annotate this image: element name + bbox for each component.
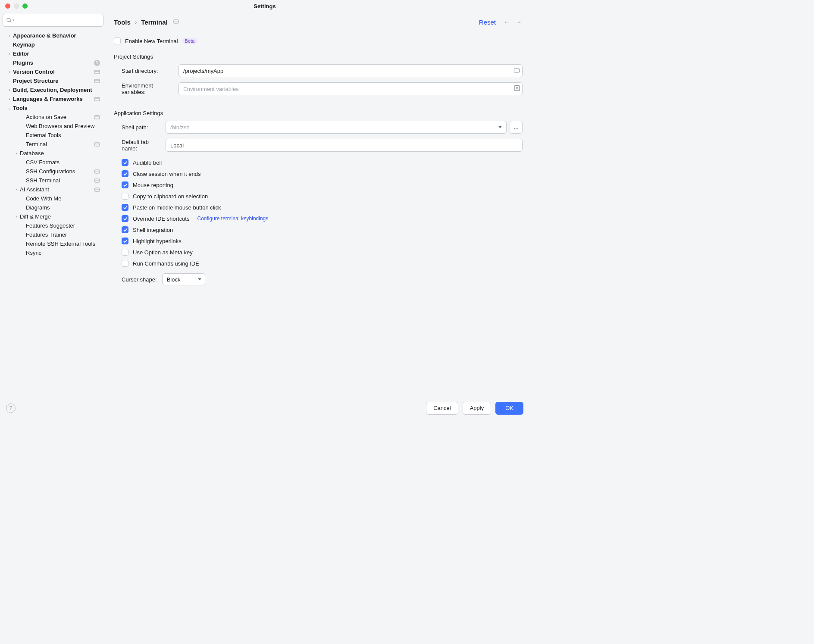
checkbox-close-session-when-it-ends[interactable]: [122, 170, 128, 177]
sidebar-item-keymap[interactable]: Keymap: [3, 40, 103, 49]
sidebar-item-label: Plugins: [13, 59, 33, 66]
default-tab-name-input[interactable]: [166, 139, 523, 152]
project-scope-icon: [94, 69, 100, 75]
sidebar-item-label: Diagrams: [26, 204, 50, 211]
svg-rect-4: [94, 79, 100, 83]
checkbox-mouse-reporting[interactable]: [122, 181, 128, 188]
titlebar: Settings: [0, 0, 529, 12]
tree-indent: [20, 196, 25, 201]
tree-indent: [7, 42, 12, 47]
tree-indent: [20, 115, 25, 119]
sidebar-item-appearance-behavior[interactable]: ›Appearance & Behavior: [3, 31, 103, 40]
chevron-right-icon: ›: [7, 33, 12, 38]
svg-rect-18: [173, 20, 178, 23]
env-vars-input[interactable]: [178, 82, 523, 95]
sidebar-item-terminal[interactable]: Terminal: [3, 140, 103, 149]
settings-tree: ›Appearance & Behavior Keymap›Editor Plu…: [3, 30, 103, 394]
checkbox-paste-on-middle-mouse-button-click[interactable]: [122, 204, 128, 211]
breadcrumb-root: Tools: [114, 19, 131, 26]
checkbox-audible-bell[interactable]: [122, 159, 128, 166]
sidebar-item-editor[interactable]: ›Editor: [3, 49, 103, 58]
sidebar-item-features-suggester[interactable]: Features Suggester: [3, 221, 103, 230]
settings-search-input[interactable]: [3, 14, 103, 27]
checkbox-label: Copy to clipboard on selection: [133, 193, 208, 200]
nav-forward-button[interactable]: →: [515, 18, 523, 26]
sidebar-item-web-browsers-and-preview[interactable]: Web Browsers and Preview: [3, 122, 103, 131]
sidebar-item-build-execution-deployment[interactable]: ›Build, Execution, Deployment: [3, 85, 103, 94]
checkbox-shell-integration[interactable]: [122, 226, 128, 233]
svg-rect-2: [94, 70, 100, 74]
beta-badge: Beta: [182, 38, 197, 44]
sidebar-item-diagrams[interactable]: Diagrams: [3, 203, 103, 212]
checkbox-label: Shell integration: [133, 227, 173, 233]
env-vars-label: Environment variables:: [114, 82, 178, 95]
sidebar-item-remote-ssh-external-tools[interactable]: Remote SSH External Tools: [3, 239, 103, 248]
enable-new-terminal-label: Enable New Terminal: [125, 38, 178, 44]
tree-indent: [20, 178, 25, 183]
sidebar-item-external-tools[interactable]: External Tools: [3, 131, 103, 140]
folder-icon[interactable]: [513, 67, 520, 74]
chevron-right-icon: ›: [7, 69, 12, 74]
configure-keybindings-link[interactable]: Configure terminal keybindings: [197, 216, 269, 222]
sidebar-item-label: Editor: [13, 50, 29, 57]
reset-link[interactable]: Reset: [479, 19, 496, 26]
apply-button[interactable]: Apply: [463, 402, 492, 415]
start-directory-input[interactable]: [178, 64, 523, 77]
breadcrumb: Tools › Terminal Reset ← →: [114, 16, 523, 28]
shell-path-browse-button[interactable]: …: [510, 121, 523, 134]
sidebar-item-label: Languages & Frameworks: [13, 96, 83, 102]
svg-rect-10: [94, 143, 100, 146]
sidebar-item-label: Appearance & Behavior: [13, 32, 76, 39]
sidebar-item-code-with-me[interactable]: Code With Me: [3, 194, 103, 203]
checkbox-use-option-as-meta-key[interactable]: [122, 249, 128, 256]
sidebar-item-tools[interactable]: ⌄Tools: [3, 103, 103, 113]
checkbox-label: Use Option as Meta key: [133, 249, 193, 256]
cursor-shape-select[interactable]: Block: [162, 273, 205, 285]
sidebar-item-rsync[interactable]: Rsync: [3, 248, 103, 257]
sidebar-item-label: SSH Terminal: [26, 177, 60, 184]
sidebar-item-project-structure[interactable]: Project Structure: [3, 76, 103, 85]
sidebar-item-plugins[interactable]: Plugins1: [3, 58, 103, 67]
sidebar-item-label: Actions on Save: [26, 114, 66, 120]
project-scope-icon: [94, 97, 100, 102]
nav-back-button[interactable]: ←: [503, 18, 510, 26]
sidebar-item-actions-on-save[interactable]: Actions on Save: [3, 113, 103, 122]
chevron-right-icon: ›: [14, 214, 19, 219]
checkbox-copy-to-clipboard-on-selection[interactable]: [122, 193, 128, 200]
list-icon[interactable]: [514, 85, 520, 93]
sidebar-item-version-control[interactable]: ›Version Control: [3, 67, 103, 76]
checkbox-override-ide-shortcuts[interactable]: [122, 215, 128, 222]
search-icon: ▾: [6, 17, 14, 23]
sidebar-item-csv-formats[interactable]: CSV Formats: [3, 158, 103, 167]
sidebar-item-ai-assistant[interactable]: ›AI Assistant: [3, 185, 103, 194]
svg-rect-14: [94, 179, 100, 182]
sidebar-item-ssh-configurations[interactable]: SSH Configurations: [3, 167, 103, 176]
help-button[interactable]: ?: [6, 403, 16, 413]
sidebar-item-features-trainer[interactable]: Features Trainer: [3, 230, 103, 239]
chevron-right-icon: ›: [7, 97, 12, 101]
enable-new-terminal-checkbox[interactable]: [114, 38, 121, 44]
ok-button[interactable]: OK: [495, 402, 523, 415]
tree-indent: [7, 78, 12, 83]
sidebar-item-languages-frameworks[interactable]: ›Languages & Frameworks: [3, 94, 103, 103]
checkbox-highlight-hyperlinks[interactable]: [122, 238, 128, 244]
checkbox-label: Audible bell: [133, 159, 162, 166]
checkbox-label: Highlight hyperlinks: [133, 238, 182, 244]
chevron-right-icon: ›: [7, 88, 12, 92]
sidebar-item-label: Database: [20, 150, 44, 156]
svg-rect-8: [94, 116, 100, 119]
count-badge: 1: [94, 60, 100, 66]
svg-rect-16: [94, 188, 100, 191]
sidebar-item-ssh-terminal[interactable]: SSH Terminal: [3, 176, 103, 185]
tree-indent: [20, 223, 25, 228]
tree-indent: [20, 232, 25, 237]
tree-indent: [20, 160, 25, 165]
shell-path-value: /bin/zsh: [170, 124, 190, 131]
cancel-button[interactable]: Cancel: [426, 402, 458, 415]
shell-path-select[interactable]: /bin/zsh: [166, 121, 507, 134]
sidebar-item-database[interactable]: ›Database: [3, 149, 103, 158]
chevron-right-icon: ›: [14, 187, 19, 192]
svg-rect-12: [94, 170, 100, 173]
checkbox-run-commands-using-ide[interactable]: [122, 260, 128, 267]
sidebar-item-diff-merge[interactable]: ›Diff & Merge: [3, 212, 103, 221]
